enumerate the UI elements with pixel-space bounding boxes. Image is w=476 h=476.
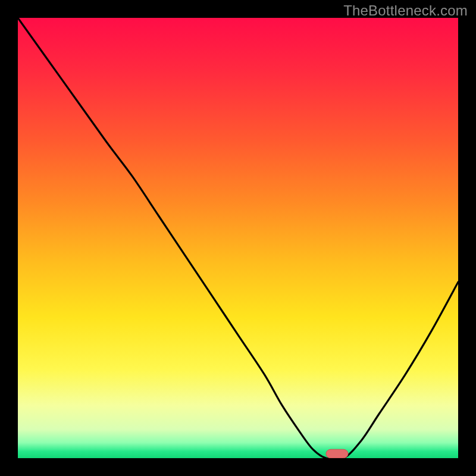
- watermark-label: TheBottleneck.com: [343, 2, 468, 19]
- bottleneck-curve: [18, 18, 458, 458]
- plot-area: [18, 18, 458, 458]
- chart-frame: TheBottleneck.com: [0, 0, 476, 476]
